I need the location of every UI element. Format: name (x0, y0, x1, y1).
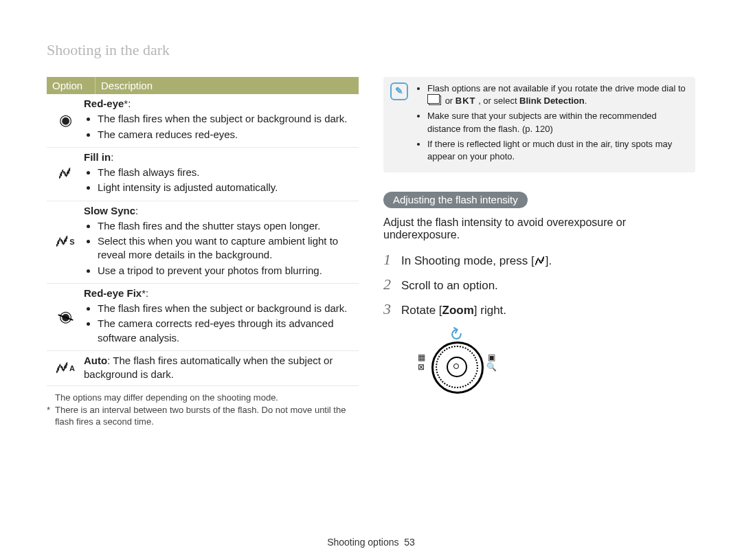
table-row: 🗲 Fill in: The flash always fires. Light… (47, 148, 359, 201)
slow-sync-icon: 🗲S (47, 201, 84, 283)
drive-multi-icon (429, 96, 441, 105)
page-footer: Shooting options 53 (0, 537, 742, 548)
note-icon: ✎ (390, 82, 408, 100)
footnote: The options may differ depending on the … (47, 392, 359, 404)
header-description: Description (95, 77, 359, 94)
steps-list: 1 In Shooting mode, press [🗲]. 2 Scroll … (383, 251, 695, 318)
option-name: Red-eye (84, 98, 124, 109)
page-number: 53 (404, 537, 415, 548)
info-bullet: Flash options are not available if you r… (427, 82, 688, 107)
option-bullet: Use a tripod to prevent your photos from… (98, 264, 359, 278)
auto-flash-icon: 🗲A (47, 351, 84, 386)
table-header: Option Description (47, 77, 359, 94)
bkt-label: BKT (456, 96, 476, 106)
right-column: ✎ Flash options are not available if you… (383, 77, 695, 428)
dial-diagram: ↻ ▦⊠ ▣🔍 (411, 325, 514, 394)
footnote: *There is an interval between two bursts… (47, 404, 359, 428)
info-bullet: Make sure that your subjects are within … (427, 110, 688, 135)
left-column: Option Description ◉ Red-eye*: The flash… (47, 77, 359, 428)
adjust-heading: Adjusting the flash intensity (383, 192, 528, 208)
table-row: 🗲S Slow Sync: The flash fires and the sh… (47, 201, 359, 284)
info-bullet: If there is reflected light or much dust… (427, 138, 688, 163)
table-row: ◉ Red-eye Fix*: The flash fires when the… (47, 284, 359, 351)
option-bullet: The flash fires when the subject or back… (98, 302, 359, 315)
content-columns: Option Description ◉ Red-eye*: The flash… (47, 77, 695, 428)
option-inline-text: The flash fires automatically when the s… (84, 355, 333, 380)
info-box: ✎ Flash options are not available if you… (383, 77, 695, 172)
red-eye-fix-icon: ◉ (47, 284, 84, 350)
step-item: 1 In Shooting mode, press [🗲]. (383, 251, 695, 269)
fill-in-icon: 🗲 (47, 148, 84, 201)
footer-label: Shooting options (327, 537, 398, 548)
red-eye-icon: ◉ (47, 94, 84, 147)
option-bullet: Select this when you want to capture amb… (98, 234, 359, 262)
option-bullet: The flash fires when the subject or back… (98, 112, 359, 126)
table-row: 🗲A Auto: The flash fires automatically w… (47, 351, 359, 387)
manual-page: Shooting in the dark Option Description … (0, 0, 742, 560)
option-bullet: The flash fires and the shutter stays op… (98, 219, 359, 233)
option-name: Auto (84, 355, 107, 366)
option-name: Slow Sync (84, 205, 135, 216)
step-number: 2 (383, 276, 401, 293)
option-bullet: The camera reduces red-eyes. (98, 128, 359, 142)
section-title: Shooting in the dark (47, 41, 695, 59)
step-item: 3 Rotate [Zoom] right. (383, 300, 695, 318)
header-option: Option (47, 77, 95, 94)
flash-options-table: Option Description ◉ Red-eye*: The flash… (47, 77, 359, 386)
step-number: 3 (383, 300, 401, 318)
dial-left-icons: ▦⊠ (415, 352, 427, 372)
dial-right-icons: ▣🔍 (485, 352, 497, 372)
step-item: 2 Scroll to an option. (383, 276, 695, 293)
option-bullet: The camera corrects red-eyes through its… (98, 317, 359, 345)
option-bullet: The flash always fires. (98, 166, 359, 179)
table-row: ◉ Red-eye*: The flash fires when the sub… (47, 94, 359, 148)
option-bullet: Light intensity is adjusted automaticall… (98, 181, 359, 194)
footnotes: The options may differ depending on the … (47, 392, 359, 428)
option-name: Red-eye Fix (84, 287, 142, 299)
adjust-lead: Adjust the flash intensity to avoid over… (383, 216, 695, 241)
option-name: Fill in (84, 151, 111, 163)
flash-icon: 🗲 (535, 256, 546, 268)
step-number: 1 (383, 251, 401, 269)
